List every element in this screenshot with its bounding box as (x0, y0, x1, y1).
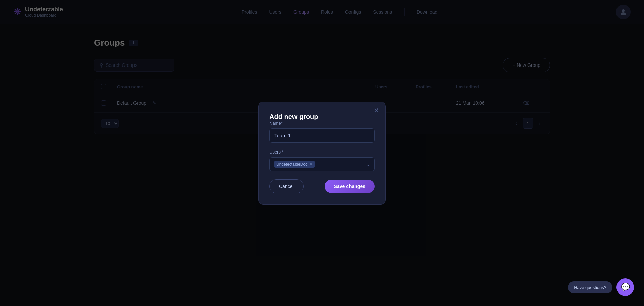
chat-widget: Have questions? 💬 (568, 278, 634, 296)
save-changes-button[interactable]: Save changes (325, 180, 375, 193)
name-input[interactable] (269, 128, 375, 143)
users-tags: UndetectableDoc ✕ (274, 161, 366, 168)
users-label: Users * (269, 149, 375, 155)
modal-overlay[interactable]: Add new group ✕ Name* Users * Undetectab… (0, 0, 644, 306)
user-tag-label: UndetectableDoc (276, 162, 307, 167)
name-label: Name* (269, 121, 375, 126)
modal-add-group: Add new group ✕ Name* Users * Undetectab… (258, 102, 386, 205)
modal-title: Add new group (269, 113, 318, 120)
user-tag-remove[interactable]: ✕ (309, 162, 313, 166)
chat-button[interactable]: 💬 (616, 278, 634, 296)
users-select[interactable]: UndetectableDoc ✕ ⌄ (269, 157, 375, 171)
dropdown-arrow-icon: ⌄ (366, 162, 370, 167)
cancel-button[interactable]: Cancel (269, 179, 304, 193)
modal-close-button[interactable]: ✕ (374, 107, 379, 114)
modal-actions: Cancel Save changes (269, 179, 375, 193)
chat-label: Have questions? (568, 281, 612, 293)
user-tag: UndetectableDoc ✕ (274, 161, 315, 168)
